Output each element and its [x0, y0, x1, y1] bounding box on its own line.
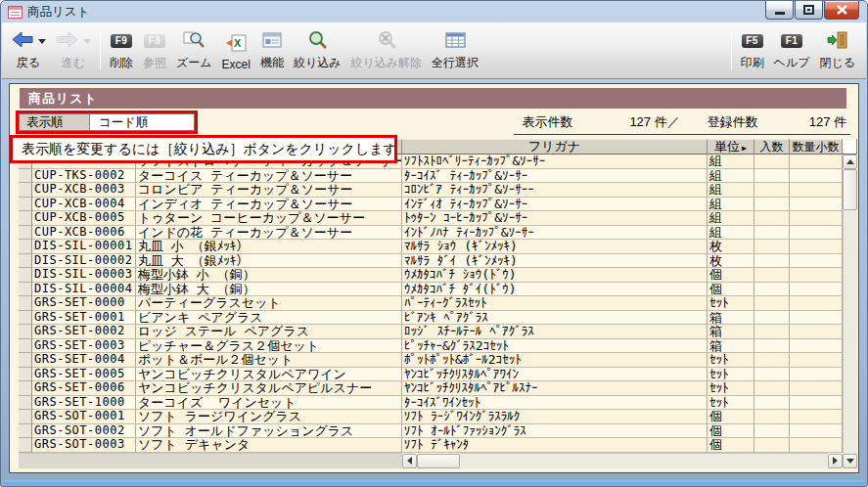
cell-decimals[interactable]	[790, 396, 843, 411]
cell-code[interactable]: GRS-SOT-0003	[32, 438, 136, 453]
row-selector-cell[interactable]	[19, 283, 32, 297]
cell-name[interactable]: 梅型小鉢 大 （銅）	[136, 283, 402, 297]
cell-unit[interactable]: 個	[708, 283, 754, 297]
cell-unit[interactable]: 組	[708, 183, 754, 198]
minimize-button[interactable]	[765, 1, 794, 20]
cell-decimals[interactable]	[790, 198, 843, 212]
cell-name[interactable]: インドの花 ティーカップ＆ソーサー	[136, 226, 402, 241]
row-selector-cell[interactable]	[19, 183, 32, 198]
cell-name[interactable]: ビアンキ ペアグラス	[136, 311, 402, 326]
row-selector-cell[interactable]	[19, 325, 32, 339]
column-header-furigana[interactable]: フリガナ	[402, 139, 708, 155]
table-row[interactable]: GRS-SET-0000パーティーグラスセットﾊﾟｰﾃｨｰｸﾞﾗｽｾｯﾄｾｯﾄ	[19, 296, 843, 311]
table-row[interactable]: DIS-SIL-00001丸皿 小 （銀ﾒｯｷ）ﾏﾙｻﾗ ｼｮｳ (ｷﾞﾝﾒｯｷ…	[19, 240, 843, 254]
cell-name[interactable]: ソフト デキャンタ	[136, 438, 402, 453]
cell-code[interactable]: CUP-TKS-0002	[32, 169, 136, 184]
row-selector-cell[interactable]	[19, 438, 32, 453]
cell-code[interactable]: GRS-SOT-0001	[32, 410, 136, 424]
table-row[interactable]: CUP-XCB-0004インディオ ティーカップ＆ソーサーｲﾝﾃﾞｨｵ ﾃｨｰｶ…	[19, 198, 843, 212]
row-selector-cell[interactable]	[19, 410, 32, 424]
toolbar-button-help[interactable]: F1ヘルプ	[769, 26, 815, 74]
cell-name[interactable]: 梅型小鉢 小 （銅）	[136, 268, 402, 283]
cell-code[interactable]: GRS-SET-1000	[32, 396, 136, 411]
cell-decimals[interactable]	[790, 296, 843, 311]
cell-qty[interactable]	[754, 410, 790, 424]
row-selector-cell[interactable]	[19, 268, 32, 283]
table-row[interactable]: GRS-SET-0001ビアンキ ペアグラスﾋﾞｱﾝｷ ﾍﾟｱｸﾞﾗｽ箱	[19, 311, 843, 326]
cell-decimals[interactable]	[790, 353, 843, 368]
row-selector-cell[interactable]	[19, 368, 32, 382]
toolbar-button-zoom[interactable]: ズーム	[171, 26, 217, 74]
cell-unit[interactable]: 個	[708, 424, 754, 439]
cell-furigana[interactable]: ﾔﾝｺﾋﾞｯﾁｸﾘｽﾀﾙﾍﾟｱﾋﾟﾙｽﾅｰ	[402, 381, 708, 396]
cell-code[interactable]: GRS-SET-0003	[32, 339, 136, 354]
cell-unit[interactable]: ｾｯﾄ	[708, 381, 754, 396]
cell-furigana[interactable]: ｿﾌﾄ ﾃﾞｷｬﾝﾀ	[402, 438, 708, 453]
cell-decimals[interactable]	[790, 381, 843, 396]
cell-furigana[interactable]: ﾔﾝｺﾋﾞｯﾁｸﾘｽﾀﾙﾍﾟｱﾜｲﾝ	[402, 368, 708, 382]
cell-qty[interactable]	[754, 353, 790, 368]
cell-decimals[interactable]	[790, 283, 843, 297]
cell-code[interactable]: GRS-SET-0006	[32, 381, 136, 396]
column-header-qty[interactable]: 入数	[754, 139, 790, 155]
row-selector-cell[interactable]	[19, 381, 32, 396]
table-row[interactable]: GRS-SET-0002ロッジ ステール ペアグラスﾛｯｼﾞ ｽﾁｰﾙﾃｰﾙ ﾍ…	[19, 325, 843, 339]
cell-qty[interactable]	[754, 254, 790, 269]
cell-decimals[interactable]	[790, 339, 843, 354]
cell-code[interactable]: GRS-SOT-0002	[32, 424, 136, 439]
cell-code[interactable]: GRS-SET-0001	[32, 311, 136, 326]
cell-name[interactable]: ソフト オールドファッショングラス	[136, 424, 402, 439]
cell-unit[interactable]: ｾｯﾄ	[708, 296, 754, 311]
table-row[interactable]: CUP-XCB-0005トゥターン コーヒーカップ＆ソーサーﾄｩﾀｰﾝ ｺｰﾋｰ…	[19, 211, 843, 226]
cell-decimals[interactable]	[790, 410, 843, 424]
scroll-down-button[interactable]	[843, 454, 857, 468]
cell-furigana[interactable]: ｺﾛﾝﾋﾞｱ ﾃｨｰｶｯﾌﾟ&ｿｰｻｰｰ	[402, 183, 708, 198]
toolbar-button-print[interactable]: F5印刷	[736, 26, 769, 74]
cell-unit[interactable]: 枚	[708, 240, 754, 254]
toolbar-button-select-all-rows[interactable]: 全行選択	[427, 26, 483, 74]
toolbar-button-close-window[interactable]: 閉じる	[814, 26, 860, 74]
cell-code[interactable]: CUP-XCB-0003	[32, 183, 136, 198]
table-row[interactable]: GRS-SOT-0003ソフト デキャンタｿﾌﾄ ﾃﾞｷｬﾝﾀ個	[19, 438, 843, 453]
cell-furigana[interactable]: ﾄｩﾀｰﾝ ｺｰﾋｰｶｯﾌﾟ&ｿｰｻｰ	[402, 211, 708, 226]
cell-code[interactable]: GRS-SET-0002	[32, 325, 136, 339]
cell-name[interactable]: トゥターン コーヒーカップ＆ソーサー	[136, 211, 402, 226]
cell-decimals[interactable]	[790, 311, 843, 326]
cell-furigana[interactable]: ｳﾒｶﾀｺﾊﾞﾁ ｼｮｳ(ﾄﾞｳ)	[402, 268, 708, 283]
cell-furigana[interactable]: ｿﾌﾄ ｵｰﾙﾄﾞﾌｧｯｼｮﾝｸﾞﾗｽ	[402, 424, 708, 439]
cell-unit[interactable]: 組	[708, 211, 754, 226]
restore-button[interactable]	[795, 1, 823, 20]
toolbar-button-delete[interactable]: F9削除	[105, 26, 138, 74]
scroll-left-button[interactable]	[402, 454, 417, 468]
row-selector-cell[interactable]	[19, 353, 32, 368]
cell-decimals[interactable]	[790, 268, 843, 283]
row-selector-cell[interactable]	[19, 424, 32, 439]
cell-name[interactable]: 丸皿 小 （銀ﾒｯｷ）	[136, 240, 402, 254]
cell-qty[interactable]	[754, 368, 790, 382]
cell-decimals[interactable]	[790, 368, 843, 382]
table-row[interactable]: GRS-SET-0004ポット＆ボール２個セットﾎﾟｯﾄﾎﾟｯﾄ&ﾎﾞｰﾙ2ｺｾ…	[19, 353, 843, 368]
cell-qty[interactable]	[754, 396, 790, 411]
cell-unit[interactable]: 組	[708, 169, 754, 184]
cell-furigana[interactable]: ｿﾌﾄ ﾗｰｼﾞﾜｲﾝｸﾞﾗｽﾗﾙｸ	[402, 410, 708, 424]
table-row[interactable]: DIS-SIL-00003梅型小鉢 小 （銅）ｳﾒｶﾀｺﾊﾞﾁ ｼｮｳ(ﾄﾞｳ)…	[19, 268, 843, 283]
cell-unit[interactable]: 個	[708, 410, 754, 424]
toolbar-button-reference[interactable]: F8参照	[138, 26, 171, 74]
toolbar-button-filter-clear[interactable]: 絞り込み解除	[345, 26, 427, 74]
table-row[interactable]: GRS-SET-0003ピッチャー＆グラス２個セットﾋﾟｯﾁｬｰ&ｸﾞﾗｽ2ｺｾ…	[19, 339, 843, 354]
toolbar-button-forward[interactable]: 進む	[51, 26, 96, 74]
cell-unit[interactable]: 枚	[708, 254, 754, 269]
horizontal-scroll-track[interactable]	[460, 453, 828, 468]
cell-qty[interactable]	[754, 240, 790, 254]
toolbar-button-excel[interactable]: XExcel	[217, 26, 255, 74]
cell-code[interactable]: CUP-XCB-0004	[32, 198, 136, 212]
cell-furigana[interactable]: ﾏﾙｻﾗ ﾀﾞｲ (ｷﾞﾝﾒｯｷ)	[402, 254, 708, 269]
cell-code[interactable]: DIS-SIL-00004	[32, 283, 136, 297]
cell-name[interactable]: ヤンコビッチクリスタルペアピルスナー	[136, 381, 402, 396]
cell-unit[interactable]: 個	[708, 438, 754, 453]
cell-furigana[interactable]: ﾛｯｼﾞ ｽﾁｰﾙﾃｰﾙ ﾍﾟｱｸﾞﾗｽ	[402, 325, 708, 339]
cell-code[interactable]: DIS-SIL-00002	[32, 254, 136, 269]
row-selector-cell[interactable]	[19, 211, 32, 226]
table-row[interactable]: DIS-SIL-00004梅型小鉢 大 （銅）ｳﾒｶﾀｺﾊﾞﾁ ﾀﾞｲ(ﾄﾞｳ)…	[19, 283, 843, 297]
cell-qty[interactable]	[754, 424, 790, 439]
